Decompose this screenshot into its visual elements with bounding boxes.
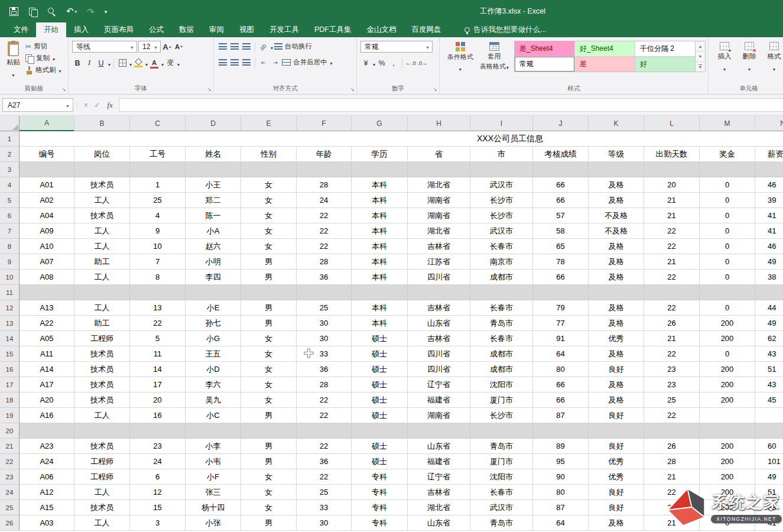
cell-M10[interactable]: 0: [700, 270, 755, 285]
cell-D3[interactable]: [186, 162, 241, 177]
cell-H15[interactable]: 四川省: [408, 346, 470, 362]
cell-M14[interactable]: 200: [700, 331, 755, 346]
cell-L3[interactable]: [644, 162, 700, 177]
row-header-9[interactable]: 9: [0, 254, 20, 270]
cell-B5[interactable]: 工人: [74, 193, 130, 208]
cell-K24[interactable]: 良好: [589, 485, 644, 500]
cell-F22[interactable]: 36: [297, 454, 352, 469]
cell-A26[interactable]: A03: [20, 515, 74, 531]
cell-N21[interactable]: 60: [755, 439, 783, 454]
cell-N3[interactable]: [755, 162, 783, 177]
cell-F20[interactable]: [297, 423, 352, 439]
cell-J6[interactable]: 57: [533, 208, 589, 223]
cell-H24[interactable]: 吉林省: [408, 485, 470, 500]
insert-cells-button[interactable]: 插入: [712, 40, 737, 73]
decrease-indent-icon[interactable]: [258, 57, 269, 68]
cell-L16[interactable]: 23: [644, 362, 700, 377]
comma-style-button[interactable]: ,: [388, 57, 399, 69]
cell-K20[interactable]: [589, 423, 644, 439]
align-left-button[interactable]: [217, 57, 228, 68]
cell-F17[interactable]: 28: [297, 377, 352, 392]
column-header-N[interactable]: N: [755, 116, 783, 131]
cell-N7[interactable]: 41: [755, 223, 783, 239]
percent-style-button[interactable]: %: [376, 57, 387, 69]
cell-K4[interactable]: 及格: [589, 177, 644, 193]
cell-style-好[interactable]: 好: [635, 57, 695, 72]
cell-B24[interactable]: 工人: [74, 485, 130, 500]
phonetic-guide-button[interactable]: 变: [165, 57, 176, 69]
cell-K3[interactable]: [589, 162, 644, 177]
cell-L19[interactable]: 22: [644, 408, 700, 423]
cell-H2[interactable]: 省: [408, 147, 470, 162]
cell-J25[interactable]: 87: [533, 500, 589, 515]
tab-数据[interactable]: 数据: [171, 22, 202, 37]
cell-L23[interactable]: 21: [644, 469, 700, 485]
cell-M18[interactable]: 200: [700, 392, 755, 408]
column-header-D[interactable]: D: [186, 116, 241, 131]
cell-J2[interactable]: 考核成绩: [533, 147, 589, 162]
cell-M19[interactable]: [700, 408, 755, 423]
cell-K6[interactable]: 不及格: [589, 208, 644, 223]
row-header-25[interactable]: 25: [0, 500, 20, 515]
paste-button[interactable]: 粘贴: [4, 40, 23, 81]
cell-J17[interactable]: 66: [533, 377, 589, 392]
cell-H25[interactable]: 湖北省: [408, 500, 470, 515]
align-middle-button[interactable]: [229, 41, 240, 52]
cell-A6[interactable]: A04: [20, 208, 74, 223]
cell-M22[interactable]: 200: [700, 454, 755, 469]
cell-M7[interactable]: 0: [700, 223, 755, 239]
cell-H26[interactable]: 山东省: [408, 515, 470, 531]
tab-视图[interactable]: 视图: [232, 22, 262, 37]
cell-N4[interactable]: 46: [755, 177, 783, 193]
cell-K2[interactable]: 等级: [589, 147, 644, 162]
cell-I6[interactable]: 长沙市: [470, 208, 533, 223]
cell-B7[interactable]: 工人: [74, 223, 130, 239]
cell-A4[interactable]: A01: [20, 177, 74, 193]
cell-D16[interactable]: 小D: [186, 362, 241, 377]
cell-I7[interactable]: 武汉市: [470, 223, 533, 239]
select-all-corner[interactable]: [0, 116, 20, 131]
cell-B19[interactable]: 工人: [74, 408, 130, 423]
tab-开始[interactable]: 开始: [36, 22, 66, 37]
cell-F19[interactable]: 22: [297, 408, 352, 423]
cell-E24[interactable]: 女: [241, 485, 297, 500]
cell-M9[interactable]: 0: [700, 254, 755, 270]
cell-N2[interactable]: 薪资: [755, 147, 783, 162]
cell-K8[interactable]: 及格: [589, 239, 644, 254]
cell-G9[interactable]: 本科: [352, 254, 408, 270]
cell-E9[interactable]: 男: [241, 254, 297, 270]
cell-K12[interactable]: 及格: [589, 300, 644, 316]
cell-J26[interactable]: 64: [533, 515, 589, 531]
cell-G13[interactable]: 本科: [352, 316, 408, 331]
cell-H14[interactable]: 吉林省: [408, 331, 470, 346]
cell-E8[interactable]: 女: [241, 239, 297, 254]
cell-D25[interactable]: 杨十四: [186, 500, 241, 515]
cell-E20[interactable]: [241, 423, 297, 439]
redo-icon[interactable]: [87, 7, 95, 16]
cell-K22[interactable]: 优秀: [589, 454, 644, 469]
cell-D10[interactable]: 李四: [186, 270, 241, 285]
cell-D21[interactable]: 小李: [186, 439, 241, 454]
cell-M11[interactable]: [700, 285, 755, 300]
cell-I5[interactable]: 长沙市: [470, 193, 533, 208]
undo-icon[interactable]: [66, 7, 77, 16]
cell-F11[interactable]: [297, 285, 352, 300]
underline-button[interactable]: U: [96, 57, 106, 69]
cell-I25[interactable]: 武汉市: [470, 500, 533, 515]
cell-style-差[interactable]: 差: [575, 57, 635, 72]
cell-E5[interactable]: 女: [241, 193, 297, 208]
cell-M6[interactable]: 0: [700, 208, 755, 223]
cell-E17[interactable]: 女: [241, 377, 297, 392]
cell-H13[interactable]: 山东省: [408, 316, 470, 331]
cell-B23[interactable]: 工程师: [74, 469, 130, 485]
cell-H9[interactable]: 江苏省: [408, 254, 470, 270]
cell-H7[interactable]: 湖北省: [408, 223, 470, 239]
cell-B14[interactable]: 工程师: [74, 331, 130, 346]
accounting-format-button[interactable]: ¥: [360, 57, 371, 69]
cell-A17[interactable]: A17: [20, 377, 74, 392]
cell-F10[interactable]: 36: [297, 270, 352, 285]
cell-F21[interactable]: 22: [297, 439, 352, 454]
row-header-10[interactable]: 10: [0, 270, 20, 285]
cell-G25[interactable]: 专科: [352, 500, 408, 515]
cell-F4[interactable]: 28: [297, 177, 352, 193]
